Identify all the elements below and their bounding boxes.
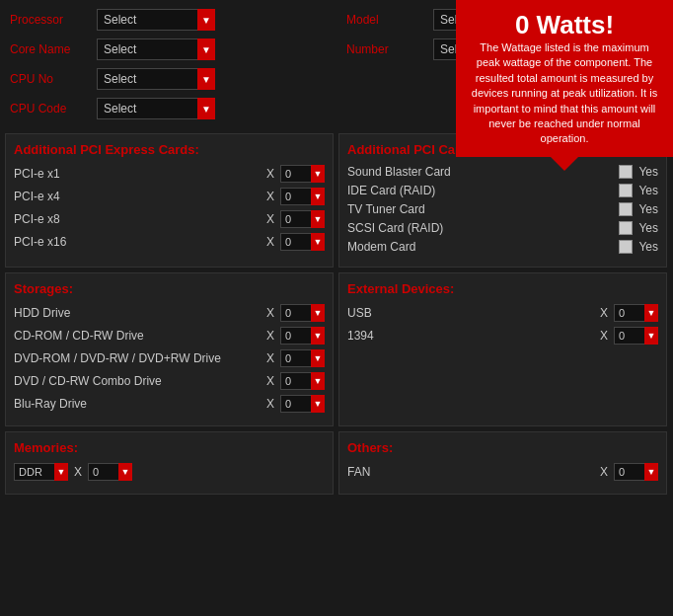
check-yes-label: Yes (638, 221, 658, 235)
item-x: X (74, 465, 82, 479)
item-x: X (266, 190, 274, 203)
select-wrapper[interactable]: Select ▼ (97, 9, 215, 31)
field-label: CPU No (10, 72, 89, 86)
check-row: IDE Card (RAID) Yes (347, 184, 658, 197)
item-x: X (600, 306, 608, 320)
field-select[interactable]: Select (97, 68, 215, 90)
item-row: Blu-Ray Drive X 0 1234 ▼ (14, 395, 325, 413)
item-name: DVD / CD-RW Combo Drive (14, 374, 261, 388)
select-wrapper[interactable]: Select ▼ (97, 38, 215, 60)
check-item-name: Modem Card (347, 240, 613, 254)
item-row: DVD / CD-RW Combo Drive X 0 1234 ▼ (14, 372, 325, 390)
item-x: X (266, 397, 274, 411)
item-x: X (266, 329, 274, 343)
quantity-select[interactable]: 0 1234 (280, 327, 325, 345)
quantity-select[interactable]: 0 1234 (614, 463, 658, 481)
quantity-select[interactable]: 0 1234 (280, 395, 325, 413)
quantity-select[interactable]: 0 1234 (280, 304, 325, 322)
item-name: DVD-ROM / DVD-RW / DVD+RW Drive (14, 351, 261, 365)
quantity-select[interactable]: 0 1234 (280, 349, 325, 367)
item-name: PCI-e x4 (14, 190, 261, 203)
field-select[interactable]: Select (97, 98, 215, 119)
num-wrapper[interactable]: 0 1234 ▼ (280, 210, 325, 228)
item-x: X (266, 167, 274, 181)
field-label: CPU Code (10, 102, 89, 116)
field-select[interactable]: Select (97, 9, 215, 31)
quantity-select[interactable]: 0 1234 (280, 233, 325, 251)
checkbox[interactable] (619, 202, 633, 216)
num-wrapper[interactable]: 0 1234 ▼ (614, 304, 658, 322)
item-x: X (266, 306, 274, 320)
field-row-cpu-no: CPU No Select ▼ (0, 64, 336, 94)
item-x: X (266, 374, 274, 388)
select-wrapper[interactable]: Select ▼ (97, 68, 215, 90)
item-name: PCI-e x8 (14, 212, 261, 226)
num-wrapper[interactable]: 0 1234 ▼ (614, 463, 658, 481)
checkbox[interactable] (619, 165, 633, 179)
check-row: Sound Blaster Card Yes (347, 165, 658, 179)
quantity-select[interactable]: 0 1234 (280, 188, 325, 205)
section-pci-express: Additional PCI Express Cards: PCI-e x1 X… (5, 133, 334, 268)
item-row: DVD-ROM / DVD-RW / DVD+RW Drive X 0 1234… (14, 349, 325, 367)
item-row: FAN X 0 1234 ▼ (347, 463, 658, 481)
quantity-select[interactable]: 0 1234 (614, 327, 658, 345)
ddr-select[interactable]: DDR DDR2 DDR3 (14, 463, 68, 481)
item-row: PCI-e x1 X 0 1234 ▼ (14, 165, 325, 183)
field-label: Processor (10, 13, 89, 27)
field-select[interactable]: Select (97, 38, 215, 60)
checkbox[interactable] (619, 184, 633, 197)
item-name: USB (347, 306, 594, 320)
section-title-pci-express: Additional PCI Express Cards: (14, 142, 325, 157)
checkbox[interactable] (619, 221, 633, 235)
checkbox[interactable] (619, 240, 633, 254)
item-row: 1394 X 0 1234 ▼ (347, 327, 658, 345)
quantity-select[interactable]: 0 1234 (280, 372, 325, 390)
num-wrapper[interactable]: 0 1234 ▼ (280, 233, 325, 251)
field-label: Number (346, 42, 425, 56)
section-external-devices: External Devices: USB X 0 1234 ▼ 1394 X … (338, 272, 667, 426)
select-wrapper[interactable]: Select ▼ (97, 98, 215, 119)
field-label: Model (346, 13, 425, 27)
item-name: PCI-e x1 (14, 167, 261, 181)
item-x: X (266, 235, 274, 249)
num-wrapper[interactable]: 0 1234 ▼ (280, 304, 325, 322)
check-item-name: SCSI Card (RAID) (347, 221, 613, 235)
item-x: X (600, 465, 608, 479)
item-row: PCI-e x4 X 0 1234 ▼ (14, 188, 325, 205)
wattage-tooltip: 0 Watts! The Wattage listed is the maxim… (456, 0, 673, 157)
section-others: Others: FAN X 0 1234 ▼ (338, 431, 667, 495)
num-wrapper[interactable]: 0 1234 ▼ (614, 327, 658, 345)
item-x: X (600, 329, 608, 343)
num-wrapper[interactable]: 0 1234 ▼ (280, 327, 325, 345)
field-row-processor: Processor Select ▼ (0, 5, 336, 35)
item-row: CD-ROM / CD-RW Drive X 0 1234 ▼ (14, 327, 325, 345)
field-row-core-name: Core Name Select ▼ (0, 35, 336, 64)
num-wrapper[interactable]: 0 1234 ▼ (280, 349, 325, 367)
num-wrapper[interactable]: 0 1234 ▼ (280, 372, 325, 390)
memory-row: DDR DDR2 DDR3 ▼ X 0 1234 ▼ (14, 463, 325, 481)
item-name: FAN (347, 465, 594, 479)
item-x: X (266, 351, 274, 365)
quantity-select[interactable]: 0 1234 (280, 165, 325, 183)
quantity-select[interactable]: 0 1234 (280, 210, 325, 228)
field-label: Core Name (10, 42, 89, 56)
section-title-others: Others: (347, 440, 658, 455)
section-title-memories: Memories: (14, 440, 325, 455)
check-row: SCSI Card (RAID) Yes (347, 221, 658, 235)
check-yes-label: Yes (638, 240, 658, 254)
quantity-select[interactable]: 0 1234 (614, 304, 658, 322)
num-wrapper[interactable]: 0 1234 ▼ (280, 165, 325, 183)
item-x: X (266, 212, 274, 226)
quantity-select[interactable]: 0 1234 (88, 463, 132, 481)
num-wrapper[interactable]: 0 1234 ▼ (88, 463, 132, 481)
check-yes-label: Yes (638, 165, 658, 179)
num-wrapper[interactable]: 0 1234 ▼ (280, 188, 325, 205)
item-name: CD-ROM / CD-RW Drive (14, 329, 261, 343)
num-wrapper[interactable]: 0 1234 ▼ (280, 395, 325, 413)
check-row: TV Tuner Card Yes (347, 202, 658, 216)
ddr-wrapper[interactable]: DDR DDR2 DDR3 ▼ (14, 463, 68, 481)
field-row-cpu-code: CPU Code Select ▼ (0, 94, 336, 123)
item-name: 1394 (347, 329, 594, 343)
item-name: HDD Drive (14, 306, 261, 320)
check-item-name: TV Tuner Card (347, 202, 613, 216)
